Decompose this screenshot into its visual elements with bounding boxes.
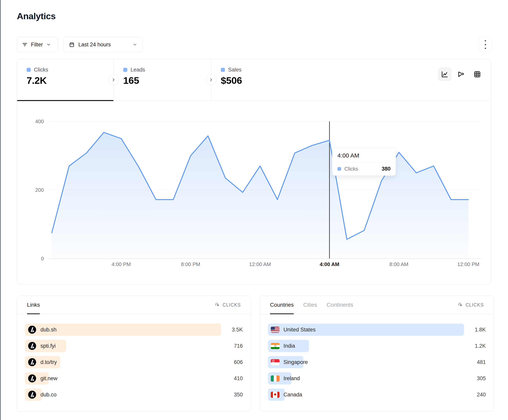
clicks-series-swatch <box>27 68 31 72</box>
item-label: Singapore <box>284 359 308 365</box>
dub-logo-icon <box>28 325 37 334</box>
tab-leads[interactable]: Leads 165 <box>114 59 211 101</box>
tooltip-value: 380 <box>382 166 391 172</box>
item-label: spti.fyi <box>40 343 56 349</box>
tab-clicks[interactable]: Clicks 7.2K <box>17 59 113 101</box>
list-item[interactable]: Canada240 <box>268 389 486 401</box>
list-item[interactable]: d.to/try606 <box>25 356 243 368</box>
clicks-value: 1.8K <box>464 327 486 333</box>
clicks-tab-value: 7.2K <box>27 75 113 86</box>
kebab-dot <box>485 44 486 45</box>
clicks-value: 240 <box>464 392 486 398</box>
clicks-value: 1.2K <box>464 343 486 349</box>
leads-series-swatch <box>123 68 127 72</box>
clicks-value: 606 <box>221 359 243 365</box>
dub-logo-icon <box>28 390 37 399</box>
date-range-button[interactable]: Last 24 hours <box>63 37 143 52</box>
flag-us-icon <box>271 327 279 333</box>
dub-logo-icon <box>28 341 37 350</box>
chart-hover-area[interactable] <box>48 111 481 260</box>
chevron-right-icon <box>111 77 116 82</box>
list-item[interactable]: dub.co350 <box>25 389 243 401</box>
table-view-button[interactable] <box>471 68 484 81</box>
chevron-down-icon <box>132 42 137 47</box>
more-options-button[interactable] <box>479 37 492 52</box>
flag-sg-icon <box>271 359 279 365</box>
line-chart-view-button[interactable] <box>438 68 451 81</box>
tooltip-series-label: Clicks <box>344 166 379 172</box>
stat-expand-chevron-button[interactable] <box>206 74 217 85</box>
links-metric-selector[interactable]: CLICKS <box>215 296 241 314</box>
list-item[interactable]: Ireland305 <box>268 372 486 384</box>
x-axis-label: 12:00 PM <box>451 261 485 268</box>
item-label: United States <box>284 327 316 333</box>
active-tab-underline <box>17 100 113 101</box>
chevron-down-icon <box>46 42 51 47</box>
sales-series-swatch <box>221 68 225 72</box>
stats-tab-bar: Clicks 7.2K Leads 165 Sales $506 <box>17 59 491 101</box>
x-axis-label: 12:00 AM <box>243 261 277 268</box>
analytics-page: Analytics Filter Last 24 hours Clicks 7.… <box>0 0 508 420</box>
flag-in-icon <box>271 343 279 349</box>
filter-button[interactable]: Filter <box>17 37 58 52</box>
list-item[interactable]: git.new410 <box>25 372 243 384</box>
list-item[interactable]: India1.2K <box>268 340 486 352</box>
dub-logo-icon <box>28 374 37 383</box>
funnel-icon <box>457 70 465 78</box>
item-label: dub.sh <box>40 327 57 333</box>
tab-sales[interactable]: Sales $506 <box>211 59 308 101</box>
list-item[interactable]: dub.sh3.5K <box>25 324 243 336</box>
links-panel: Links CLICKS dub.sh3.5Kspti.fyi716d.to/t… <box>17 296 251 412</box>
cursor-click-icon <box>215 302 220 308</box>
x-axis-label: 8:00 AM <box>382 261 416 268</box>
links-panel-header: Links CLICKS <box>17 296 251 314</box>
funnel-view-button[interactable] <box>454 68 468 81</box>
flag-ie-icon <box>271 376 279 382</box>
clicks-value: 305 <box>464 376 486 382</box>
sales-tab-label: Sales <box>228 67 242 73</box>
list-item[interactable]: spti.fyi716 <box>25 340 243 352</box>
dub-logo-icon <box>28 358 37 367</box>
item-label: d.to/try <box>40 359 57 365</box>
tooltip-series-swatch <box>337 167 341 171</box>
countries-metric-label: CLICKS <box>466 302 484 308</box>
x-axis-label: 4:00 AM <box>313 261 346 268</box>
tab-countries[interactable]: Countries <box>270 296 294 314</box>
item-label: git.new <box>40 376 58 382</box>
sales-tab-value: $506 <box>221 75 308 86</box>
analytics-chart-card: Clicks 7.2K Leads 165 Sales $506 <box>17 59 491 284</box>
page-left-edge <box>0 0 0 420</box>
chevron-right-icon <box>209 77 214 82</box>
list-item[interactable]: Singapore481 <box>268 356 486 368</box>
clicks-value: 716 <box>221 343 243 349</box>
countries-panel-header: Countries Cities Continents CLICKS <box>260 296 494 314</box>
page-title: Analytics <box>17 11 56 22</box>
kebab-dot <box>485 40 486 41</box>
filter-button-label: Filter <box>31 42 43 48</box>
clicks-value: 350 <box>221 392 243 398</box>
y-axis-label: 400 <box>25 118 44 125</box>
clicks-value: 410 <box>221 376 243 382</box>
tab-continents[interactable]: Continents <box>327 296 353 314</box>
list-item[interactable]: United States1.8K <box>268 324 486 336</box>
y-axis-label: 0 <box>25 255 44 262</box>
countries-metric-selector[interactable]: CLICKS <box>458 296 484 314</box>
cursor-click-icon <box>458 302 463 308</box>
links-metric-label: CLICKS <box>223 302 241 308</box>
clicks-chart-svg <box>48 111 481 260</box>
tooltip-time: 4:00 AM <box>332 148 396 162</box>
chart-tooltip: 4:00 AM Clicks 380 <box>332 148 396 176</box>
flag-ca-icon <box>271 392 279 398</box>
x-axis-label: 4:00 PM <box>104 261 138 268</box>
grid-icon <box>473 70 481 78</box>
tab-links[interactable]: Links <box>27 296 40 314</box>
clicks-tab-label: Clicks <box>34 67 48 73</box>
filter-icon <box>22 42 28 48</box>
y-axis-label: 200 <box>25 187 44 193</box>
tab-cities[interactable]: Cities <box>303 296 317 314</box>
line-chart-icon <box>441 70 449 78</box>
item-label: Canada <box>284 392 302 398</box>
clicks-area <box>52 132 468 259</box>
chart-type-switcher <box>438 68 484 81</box>
stat-expand-chevron-button[interactable] <box>108 74 119 85</box>
